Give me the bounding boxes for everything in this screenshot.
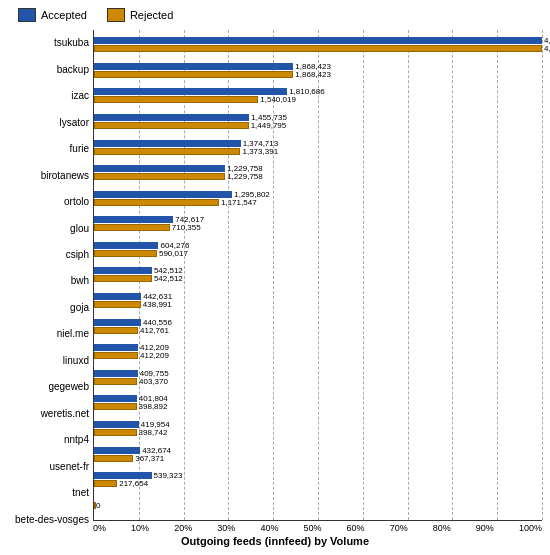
rejected-bar-label: 1,449,795 <box>249 121 287 130</box>
bar-row: 401,804398,892 <box>94 390 542 416</box>
accepted-bar-track: 409,755 <box>94 370 542 377</box>
accepted-bar <box>94 293 141 300</box>
rejected-bar <box>94 199 219 206</box>
rejected-bar-label: 4,199,916 <box>542 44 550 53</box>
bar-row: 1,295,8021,171,547 <box>94 185 542 211</box>
accepted-bar <box>94 165 225 172</box>
rejected-bar-label: 590,017 <box>157 249 188 258</box>
rejected-bar-label: 398,892 <box>137 402 168 411</box>
accepted-bar-track: 442,631 <box>94 293 542 300</box>
bar-row: 742,617710,355 <box>94 211 542 237</box>
x-axis-labels: 0%10%20%30%40%50%60%70%80%90%100% <box>93 521 542 533</box>
y-label: linuxd <box>8 356 89 366</box>
rejected-bar <box>94 250 157 257</box>
bar-row: 1,810,6861,540,019 <box>94 83 542 109</box>
x-axis-label: 30% <box>217 523 235 533</box>
bar-row: 419,954398,742 <box>94 416 542 442</box>
rejected-bar-label: 217,654 <box>117 479 148 488</box>
legend-accepted: Accepted <box>18 8 87 22</box>
x-axis-label: 50% <box>303 523 321 533</box>
legend-accepted-label: Accepted <box>41 9 87 21</box>
rejected-bar <box>94 327 138 334</box>
accepted-bar-track: 1,455,735 <box>94 114 542 121</box>
rejected-bar <box>94 352 138 359</box>
rejected-bar-track: 367,371 <box>94 455 542 462</box>
y-label: csiph <box>8 250 89 260</box>
rejected-bar-label: 0 <box>94 501 100 510</box>
bar-row: 442,631438,991 <box>94 288 542 314</box>
rejected-bar <box>94 455 133 462</box>
rejected-bar <box>94 224 170 231</box>
accepted-bar <box>94 370 138 377</box>
bar-row: 409,755403,370 <box>94 365 542 391</box>
bar-row: 4,199,9164,199,916 <box>94 32 542 58</box>
bar-row: 1,868,4231,868,423 <box>94 58 542 84</box>
rejected-bar <box>94 122 249 129</box>
accepted-bar <box>94 191 232 198</box>
x-axis-label: 40% <box>260 523 278 533</box>
bar-row: 539,323217,654 <box>94 467 542 493</box>
y-label: bete-des-vosges <box>8 515 89 525</box>
bar-row: 1,455,7351,449,795 <box>94 109 542 135</box>
rejected-bar <box>94 275 152 282</box>
rejected-bar-track: 710,355 <box>94 224 542 231</box>
accepted-bar-track: 432,674 <box>94 447 542 454</box>
bar-row: 1,229,7581,229,758 <box>94 160 542 186</box>
accepted-bar <box>94 447 140 454</box>
accepted-bar <box>94 88 287 95</box>
rejected-bar-label: 1,540,019 <box>258 95 296 104</box>
accepted-bar-track: 412,209 <box>94 344 542 351</box>
accepted-bar-track: 440,556 <box>94 319 542 326</box>
rejected-bar-label: 710,355 <box>170 223 201 232</box>
rejected-bar <box>94 148 240 155</box>
bar-row: 432,674367,371 <box>94 441 542 467</box>
grid-line <box>542 30 543 520</box>
rejected-bar-track: 412,209 <box>94 352 542 359</box>
bars-inner: 4,199,9164,199,9161,868,4231,868,4231,81… <box>94 30 542 520</box>
rejected-bar-track: 398,742 <box>94 429 542 436</box>
rejected-bar <box>94 96 258 103</box>
rejected-bar-track: 217,654 <box>94 480 542 487</box>
accepted-bar <box>94 267 152 274</box>
accepted-bar <box>94 344 138 351</box>
rejected-bar-label: 403,370 <box>137 377 168 386</box>
accepted-bar <box>94 37 542 44</box>
rejected-bar-label: 412,761 <box>138 326 169 335</box>
y-label: weretis.net <box>8 409 89 419</box>
rejected-bar-label: 542,512 <box>152 274 183 283</box>
legend: Accepted Rejected <box>8 8 542 22</box>
legend-rejected-label: Rejected <box>130 9 173 21</box>
rejected-bar-track: 1,449,795 <box>94 122 542 129</box>
y-label: bwh <box>8 276 89 286</box>
y-axis-labels: tsukubabackupizaclysatorfuriebirotanewso… <box>8 30 93 533</box>
rejected-bar-track: 1,540,019 <box>94 96 542 103</box>
accepted-bar <box>94 242 158 249</box>
rejected-bar-track: 4,199,916 <box>94 45 542 52</box>
bar-row: 440,556412,761 <box>94 313 542 339</box>
accepted-bar-track: 542,512 <box>94 267 542 274</box>
accepted-bar-track: 401,804 <box>94 395 542 402</box>
accepted-bar-track: 419,954 <box>94 421 542 428</box>
rejected-bar <box>94 378 137 385</box>
rejected-bar-track: 590,017 <box>94 250 542 257</box>
rejected-bar <box>94 45 542 52</box>
accepted-bar <box>94 216 173 223</box>
y-label: lysator <box>8 118 89 128</box>
accepted-bar <box>94 421 139 428</box>
rejected-bar <box>94 403 137 410</box>
rejected-bar-label: 367,371 <box>133 454 164 463</box>
accepted-bar <box>94 395 137 402</box>
accepted-bar-track: 742,617 <box>94 216 542 223</box>
rejected-bar-track: 0 <box>94 502 542 509</box>
y-label: goja <box>8 303 89 313</box>
accepted-bar-track: 539,323 <box>94 472 542 479</box>
y-label: niel.me <box>8 329 89 339</box>
rejected-bar-track: 1,229,758 <box>94 173 542 180</box>
y-label: backup <box>8 65 89 75</box>
x-axis-label: 80% <box>433 523 451 533</box>
y-label: usenet-fr <box>8 462 89 472</box>
accepted-bar <box>94 319 141 326</box>
rejected-bar <box>94 301 141 308</box>
chart-container: Accepted Rejected tsukubabackupizaclysat… <box>0 0 550 555</box>
bar-row: 412,209412,209 <box>94 339 542 365</box>
